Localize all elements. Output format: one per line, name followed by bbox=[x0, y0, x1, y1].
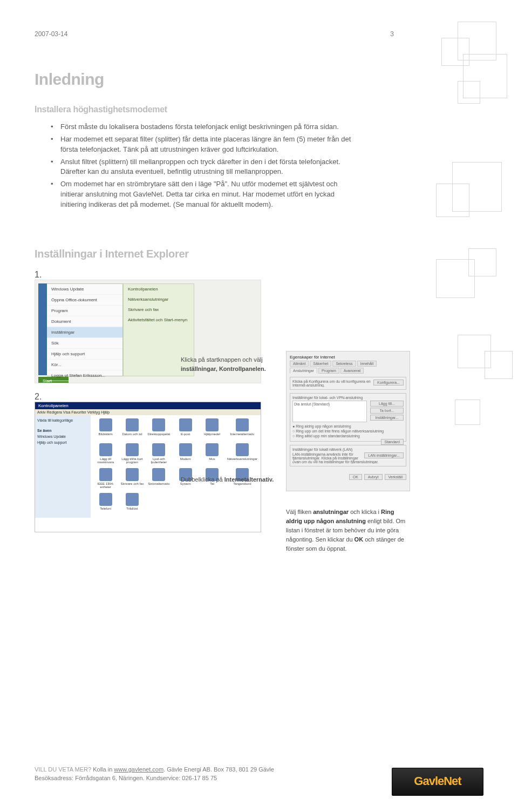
dialog-title: Egenskaper för Internet bbox=[290, 355, 406, 360]
sm-item-selected: Inställningar bbox=[47, 327, 122, 338]
cp-icon: Lägg till maskinvara bbox=[94, 457, 117, 465]
internet-options-dialog: Egenskaper för Internet Allmänt Säkerhet… bbox=[286, 351, 410, 491]
cp-icon: Trådlöst bbox=[120, 507, 144, 515]
tab: Sekretess bbox=[332, 361, 356, 367]
settings-button: Inställningar... bbox=[370, 415, 404, 421]
sm-item: Sök bbox=[47, 338, 122, 349]
tab: Allmänt bbox=[290, 361, 309, 367]
section1-list: Först måste du lokalisera bostadens förs… bbox=[51, 122, 353, 210]
lan-settings-button: LAN-inställningar... bbox=[364, 452, 404, 458]
config-button: Konfigurera... bbox=[373, 380, 404, 385]
tab-active: Anslutningar bbox=[290, 368, 317, 374]
cp-icon: Nätverksanslutningar bbox=[227, 457, 257, 465]
sm-sub-item: Aktivitetsfältet och Start-menyn bbox=[124, 315, 194, 325]
cpanel-sidebar: Växla till kategoriläge Se även Windows … bbox=[35, 415, 91, 518]
radio-never-dial: Ring aldrig upp någon anslutning bbox=[292, 424, 404, 428]
sm-item: Program bbox=[47, 306, 122, 316]
cp-icon: Mus bbox=[200, 457, 223, 465]
sm-sub-item: Kontrollpanelen bbox=[124, 284, 194, 294]
cp-icon: Hjälpmedel bbox=[200, 432, 223, 440]
step2-caption: Dubbelklicka på Internetalternativ. bbox=[181, 475, 278, 484]
tab: Innehåll bbox=[357, 361, 377, 367]
cp-icon: Telefoni bbox=[94, 507, 117, 515]
cancel-button: Avbryt bbox=[364, 474, 383, 480]
wizard-text: Klicka på Konfigurera om du vill konfigu… bbox=[292, 380, 371, 387]
section2-title: Inställningar i Internet Explorer bbox=[35, 248, 483, 260]
cp-icon: Strömalternativ bbox=[147, 482, 171, 490]
cpanel-icon-grid: Bildskärm Datum och tid Direktuppspelat … bbox=[91, 415, 261, 518]
group-label: Inställningar för lokalt nätverk (LAN) bbox=[292, 448, 404, 451]
sm-item: Dokument bbox=[47, 316, 122, 327]
bullet-item: Om modemet har en strömbrytare sätt den … bbox=[51, 179, 353, 210]
sm-sub-item: Nätverksanslutningar bbox=[124, 294, 194, 304]
ok-button: OK bbox=[349, 474, 362, 480]
cp-icon: Ljud och ljudenheter bbox=[147, 457, 171, 465]
sm-item: Kör... bbox=[47, 360, 122, 370]
cp-icon: Skrivare och fax bbox=[120, 482, 144, 490]
step3-caption: Välj fliken anslutningar och klicka i Ri… bbox=[286, 508, 410, 553]
radio-always-dial: Ring alltid upp min standardanslutning bbox=[292, 434, 404, 438]
connection-list: Dia anslut (Standard) bbox=[292, 401, 367, 422]
group-label: Inställningar för lokal- och VPN-anslutn… bbox=[292, 396, 404, 400]
cp-icon: Internetalternativ bbox=[227, 432, 257, 440]
tab: Program bbox=[318, 368, 339, 374]
header-date: 2007-03-14 bbox=[35, 30, 483, 38]
side-link: Windows Update bbox=[37, 434, 88, 439]
radio-dial-if-no-net: Ring upp om det inte finns någon nätverk… bbox=[292, 429, 404, 433]
cp-icon: E-post bbox=[174, 432, 197, 440]
cp-icon: Datum och tid bbox=[120, 432, 144, 440]
sm-sub-item: Skrivare och fax bbox=[124, 304, 194, 315]
sm-item: Stäng av datorn... bbox=[47, 381, 122, 383]
window-menubar: Arkiv Redigera Visa Favoriter Verktyg Hj… bbox=[35, 409, 261, 415]
section1-title: Installera höghastighetsmodemet bbox=[35, 105, 483, 114]
bullet-item: Har modemet ett separat filter (splitter… bbox=[51, 134, 353, 155]
sm-item: Windows Update bbox=[47, 284, 122, 295]
sm-item: Logga ut Stefan Erikssson... bbox=[47, 370, 122, 381]
cp-icon: Modem bbox=[174, 457, 197, 465]
step-number: 2. bbox=[35, 392, 261, 402]
gavlenet-logo: GavleNet bbox=[392, 768, 483, 796]
dialog-tabs: Allmänt Säkerhet Sekretess Innehåll bbox=[290, 361, 406, 367]
step1-caption: Klicka på startknappen och välj inställn… bbox=[181, 355, 278, 373]
cp-icon: Bildskärm bbox=[94, 432, 117, 440]
bullet-item: Först måste du lokalisera bostadens förs… bbox=[51, 122, 353, 132]
cp-icon: Lägg till/ta bort program bbox=[120, 457, 144, 465]
side-link: Se även bbox=[37, 428, 88, 434]
sm-item: Öppna Office-dokument bbox=[47, 295, 122, 306]
control-panel-screenshot: Kontrollpanelen Arkiv Redigera Visa Favo… bbox=[35, 402, 261, 532]
window-titlebar: Kontrollpanelen bbox=[35, 402, 261, 409]
step-number: 1. bbox=[35, 270, 261, 280]
side-link: Hjälp och support bbox=[37, 439, 88, 445]
header-page-number: 3 bbox=[390, 30, 394, 38]
side-link: Växla till kategoriläge bbox=[37, 417, 88, 423]
apply-button: Verkställ bbox=[385, 474, 406, 480]
main-heading: Inledning bbox=[35, 70, 483, 89]
bullet-item: Anslut filtret (splittern) till mellanpr… bbox=[51, 157, 353, 178]
tab: Avancerat bbox=[340, 368, 364, 374]
sm-item: Hjälp och support bbox=[47, 349, 122, 360]
default-button: Standard bbox=[381, 439, 404, 445]
cp-icon: Direktuppspelat bbox=[147, 432, 171, 440]
remove-button: Ta bort... bbox=[370, 408, 404, 414]
footer-link[interactable]: www.gavlenet.com bbox=[114, 766, 163, 773]
tab: Säkerhet bbox=[310, 361, 331, 367]
add-button: Lägg till... bbox=[370, 401, 404, 407]
cp-icon: IEEE 1394-enheter bbox=[94, 482, 117, 490]
